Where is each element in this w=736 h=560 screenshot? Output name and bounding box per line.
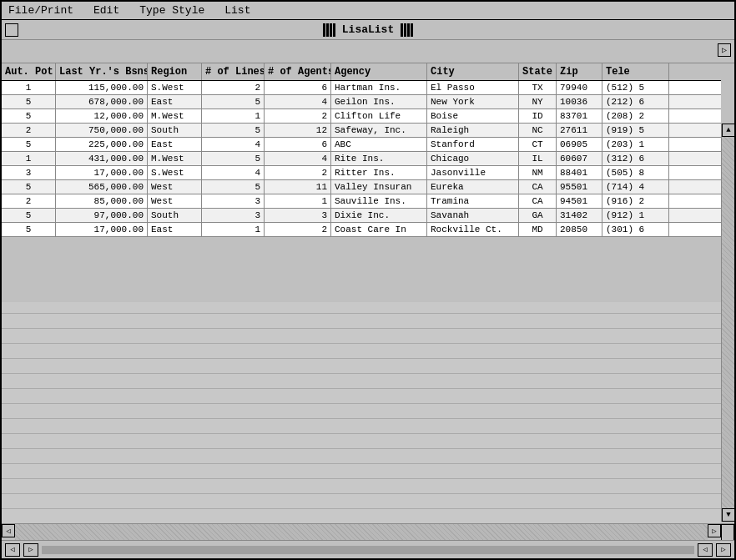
table-cell: 3	[202, 209, 265, 222]
bottom-left-button[interactable]: ◁	[698, 543, 713, 557]
table-cell: 565,000.00	[56, 180, 148, 194]
table-cell: 4	[202, 166, 265, 179]
table-cell: 115,000.00	[56, 81, 148, 94]
table-cell: 12,000.00	[56, 109, 148, 123]
menu-edit[interactable]: Edit	[90, 3, 123, 18]
header-agency: Agency	[331, 63, 427, 80]
table-cell: 4	[202, 138, 265, 151]
table-cell: 431,000.00	[56, 152, 148, 165]
table-cell: Rite Ins.	[331, 152, 427, 165]
table-row[interactable]: 517,000.00East12Coast Care InRockville C…	[2, 223, 721, 237]
table-row[interactable]: 285,000.00West31Sauville Ins.TraminaCA94…	[2, 194, 721, 209]
table-row[interactable]: 2750,000.00South512Safeway, Inc.RaleighN…	[2, 124, 721, 138]
scroll-track-h[interactable]	[15, 524, 708, 540]
table-cell: Sauville Ins.	[331, 194, 427, 208]
table-cell: S.West	[148, 166, 202, 179]
menu-list[interactable]: List	[221, 3, 254, 18]
table-cell: Safeway, Inc.	[331, 124, 427, 137]
table-cell: (916) 2	[602, 194, 669, 208]
header-aut-pot: Aut. Pot.	[2, 63, 56, 80]
table-cell: Tramina	[427, 194, 519, 208]
table-cell: Hartman Ins.	[331, 81, 427, 94]
table-cell: 5	[2, 109, 56, 123]
header-state: State	[519, 63, 557, 80]
table-row[interactable]: 5678,000.00East54Geilon Ins.New YorkNY10…	[2, 95, 721, 109]
close-button[interactable]	[5, 23, 18, 37]
scroll-left-button[interactable]: ◁	[2, 524, 15, 537]
table-row[interactable]: 597,000.00South33Dixie Inc.SavanahGA3140…	[2, 209, 721, 223]
table-cell: (714) 4	[602, 180, 669, 194]
scroll-up-button[interactable]: ▲	[722, 124, 734, 137]
table-row[interactable]: 317,000.00S.West42Ritter Ins.JasonvilleN…	[2, 166, 721, 180]
header-last-bsns: Last Yr.'s Bsns.	[56, 63, 148, 80]
table-cell: CA	[519, 194, 557, 208]
table-cell: 678,000.00	[56, 95, 148, 108]
table-cell: GA	[519, 209, 557, 222]
table-cell: 2	[265, 109, 331, 123]
table-cell: 12	[265, 124, 331, 137]
table-cell: 17,000.00	[56, 223, 148, 236]
status-next-button[interactable]: ▷	[23, 543, 38, 557]
scroll-right-button[interactable]: ▷	[718, 43, 731, 57]
table-row[interactable]: 5565,000.00West511Valley InsuranEurekaCA…	[2, 180, 721, 194]
table-body: 1115,000.00S.West26Hartman Ins.El PassoT…	[2, 81, 721, 302]
table-cell: 2	[265, 223, 331, 236]
table-cell: Ritter Ins.	[331, 166, 427, 179]
table-cell: (301) 6	[602, 223, 669, 236]
main-window: File/Print Edit Type Style List LisaList…	[0, 0, 736, 560]
table-cell: Jasonville	[427, 166, 519, 179]
status-prev-button[interactable]: ◁	[5, 543, 20, 557]
table-cell: 5	[2, 223, 56, 236]
table-cell: 5	[202, 180, 265, 194]
scroll-track-v[interactable]	[722, 137, 734, 508]
header-tele: Tele	[602, 63, 669, 80]
table-cell: 2	[2, 124, 56, 137]
menu-type-style[interactable]: Type Style	[136, 3, 208, 18]
table-cell: 4	[265, 95, 331, 108]
table-cell: (912) 1	[602, 209, 669, 222]
resize-corner[interactable]	[721, 524, 734, 540]
table-cell: 3	[265, 209, 331, 222]
table-cell: 83701	[557, 109, 602, 123]
scroll-right-h-button[interactable]: ▷	[708, 524, 721, 537]
table-cell: (919) 5	[602, 124, 669, 137]
table-cell: NC	[519, 124, 557, 137]
table-cell: 5	[2, 209, 56, 222]
table-cell: West	[148, 194, 202, 208]
table-row[interactable]: 1115,000.00S.West26Hartman Ins.El PassoT…	[2, 81, 721, 95]
window-title: LisaList	[323, 23, 413, 37]
table-cell: 20850	[557, 223, 602, 236]
table-cell: New York	[427, 95, 519, 108]
table-cell: 750,000.00	[56, 124, 148, 137]
table-cell: (203) 1	[602, 138, 669, 151]
table-cell: IL	[519, 152, 557, 165]
table-cell: El Passo	[427, 81, 519, 94]
header-zip: Zip	[557, 63, 602, 80]
table-cell: (312) 6	[602, 152, 669, 165]
table-cell: Raleigh	[427, 124, 519, 137]
table-cell: 5	[2, 95, 56, 108]
status-track	[42, 546, 694, 554]
bottom-right-button[interactable]: ▷	[716, 543, 731, 557]
table-cell: East	[148, 138, 202, 151]
table-row[interactable]: 1431,000.00M.West54Rite Ins.ChicagoIL606…	[2, 152, 721, 166]
table-cell: 3	[2, 166, 56, 179]
table-cell: Chicago	[427, 152, 519, 165]
table-cell: 27611	[557, 124, 602, 137]
scroll-down-button[interactable]: ▼	[722, 508, 734, 522]
table-cell: 17,000.00	[56, 166, 148, 179]
table-cell: 5	[202, 95, 265, 108]
header-agents: # of Agents	[265, 63, 331, 80]
table-cell: 5	[2, 138, 56, 151]
table-cell: CA	[519, 180, 557, 194]
table-cell: 1	[202, 109, 265, 123]
table-cell: Rockville Ct.	[427, 223, 519, 236]
table-cell: ABC	[331, 138, 427, 151]
menu-file-print[interactable]: File/Print	[5, 3, 77, 18]
table-cell: Eureka	[427, 180, 519, 194]
table-cell: 5	[2, 180, 56, 194]
table-header: Aut. Pot. Last Yr.'s Bsns. Region # of L…	[2, 63, 721, 81]
table-row[interactable]: 512,000.00M.West12Clifton LifeBoiseID837…	[2, 109, 721, 124]
table-row[interactable]: 5225,000.00East46ABCStanfordCT06905(203)…	[2, 138, 721, 152]
table-cell: M.West	[148, 152, 202, 165]
